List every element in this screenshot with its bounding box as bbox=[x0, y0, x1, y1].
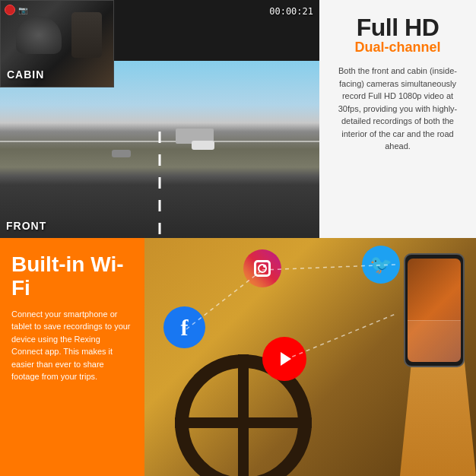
bottom-section: Built-in Wi-Fi Connect your smartphone o… bbox=[0, 238, 476, 476]
timestamp: 00:00:21 bbox=[269, 6, 313, 17]
camera-icon: 📷 bbox=[18, 6, 27, 14]
wifi-description: Connect your smartphone or tablet to sav… bbox=[11, 308, 133, 383]
dual-channel-subtitle: Dual-channel bbox=[354, 40, 440, 56]
rec-indicator: 📷 bbox=[5, 5, 27, 15]
phone-mockup bbox=[404, 253, 465, 367]
front-label: FRONT bbox=[6, 220, 46, 232]
wifi-panel: Built-in Wi-Fi Connect your smartphone o… bbox=[0, 238, 144, 476]
top-section: 📷 00:00:21 CABIN FRONT Full HD Dual-chan… bbox=[0, 0, 476, 238]
rec-dot bbox=[5, 5, 15, 15]
phone-screen bbox=[408, 259, 461, 362]
info-panel: Full HD Dual-channel Both the front and … bbox=[319, 0, 476, 238]
svg-line-1 bbox=[262, 265, 395, 270]
main-container: 📷 00:00:21 CABIN FRONT Full HD Dual-chan… bbox=[0, 0, 476, 476]
svg-line-0 bbox=[186, 270, 262, 329]
feature-description: Both the front and cabin (inside-facing)… bbox=[331, 65, 465, 153]
vehicle-car1 bbox=[192, 141, 214, 150]
camera-panel: 📷 00:00:21 CABIN FRONT bbox=[0, 0, 319, 238]
cabin-label: CABIN bbox=[7, 68, 44, 81]
driving-scene: f 🐦 bbox=[144, 238, 476, 476]
wifi-title: Built-in Wi-Fi bbox=[11, 253, 133, 300]
full-hd-title: Full HD bbox=[357, 15, 439, 40]
vehicle-car2 bbox=[112, 150, 131, 157]
svg-line-2 bbox=[285, 314, 395, 360]
